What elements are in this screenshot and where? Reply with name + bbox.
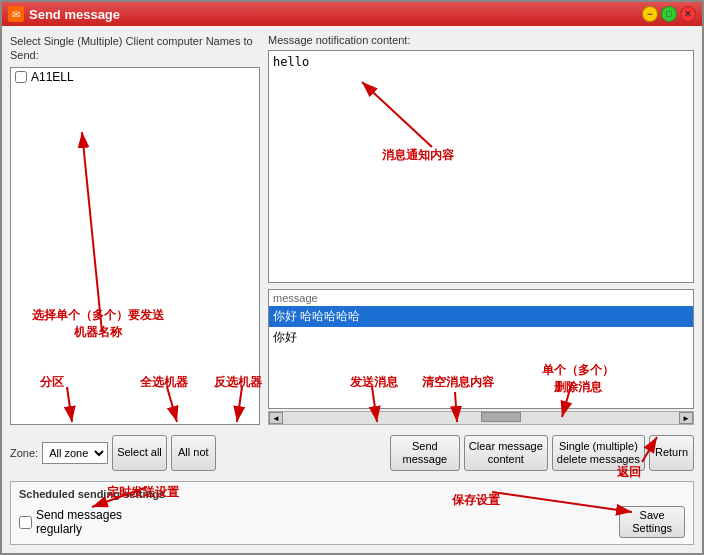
left-panel: Select Single (Multiple) Client computer…: [10, 34, 260, 425]
title-bar-left: ✉ Send message: [8, 6, 120, 22]
zone-label: Zone:: [10, 447, 38, 459]
list-item[interactable]: A11ELL: [11, 68, 259, 86]
select-all-label: Select all: [117, 446, 162, 459]
return-button[interactable]: Return: [649, 435, 694, 471]
title-bar: ✉ Send message − □ ✕: [2, 2, 702, 26]
close-button[interactable]: ✕: [680, 6, 696, 22]
message-list[interactable]: message 你好 哈哈哈哈哈 你好: [268, 289, 694, 409]
scheduled-row: Send messagesregularly SaveSettings: [19, 506, 685, 538]
app-icon: ✉: [8, 6, 24, 22]
scheduled-label: Send messagesregularly: [36, 508, 122, 536]
scheduled-title: Scheduled sending settings: [19, 488, 685, 500]
main-window: ✉ Send message − □ ✕ Select Single (Mult…: [0, 0, 704, 555]
save-settings-button[interactable]: SaveSettings: [619, 506, 685, 538]
client-checkbox[interactable]: [15, 71, 27, 83]
send-message-label: Sendmessage: [403, 440, 448, 466]
message-textarea[interactable]: hello: [268, 50, 694, 283]
single-multiple-delete-button[interactable]: Single (multiple)delete messages: [552, 435, 645, 471]
scheduled-left: Send messagesregularly: [19, 508, 122, 536]
clear-message-button[interactable]: Clear messagecontent: [464, 435, 548, 471]
all-not-label: All not: [178, 446, 209, 459]
clear-message-label: Clear messagecontent: [469, 440, 543, 466]
send-message-button[interactable]: Sendmessage: [390, 435, 460, 471]
scheduled-section: Scheduled sending settings Send messages…: [10, 481, 694, 545]
single-multiple-delete-label: Single (multiple)delete messages: [557, 440, 640, 466]
maximize-button[interactable]: □: [661, 6, 677, 22]
scrollbar-thumb[interactable]: [481, 412, 521, 422]
content-area: Select Single (Multiple) Client computer…: [2, 26, 702, 553]
right-panel: Message notification content: hello mess…: [268, 34, 694, 425]
scroll-right-btn[interactable]: ►: [679, 412, 693, 424]
save-settings-label: SaveSettings: [632, 509, 672, 534]
zone-select[interactable]: All zone: [42, 442, 108, 464]
message-item-selected[interactable]: 你好 哈哈哈哈哈: [269, 306, 693, 327]
scheduled-checkbox[interactable]: [19, 516, 32, 529]
window-title: Send message: [29, 7, 120, 22]
client-list[interactable]: A11ELL: [10, 67, 260, 425]
horizontal-scrollbar[interactable]: ◄ ►: [268, 411, 694, 425]
all-not-button[interactable]: All not: [171, 435, 216, 471]
window-controls: − □ ✕: [642, 6, 696, 22]
return-label: Return: [655, 446, 688, 459]
select-all-button[interactable]: Select all: [112, 435, 167, 471]
minimize-button[interactable]: −: [642, 6, 658, 22]
bottom-toolbar: Zone: All zone Select all All not Sendme…: [10, 431, 694, 475]
left-panel-label: Select Single (Multiple) Client computer…: [10, 34, 260, 63]
client-name: A11ELL: [31, 70, 74, 84]
message-list-header: message: [269, 290, 693, 306]
message-item[interactable]: 你好: [269, 327, 693, 348]
right-panel-label: Message notification content:: [268, 34, 694, 46]
main-panels: Select Single (Multiple) Client computer…: [10, 34, 694, 425]
scroll-left-btn[interactable]: ◄: [269, 412, 283, 424]
